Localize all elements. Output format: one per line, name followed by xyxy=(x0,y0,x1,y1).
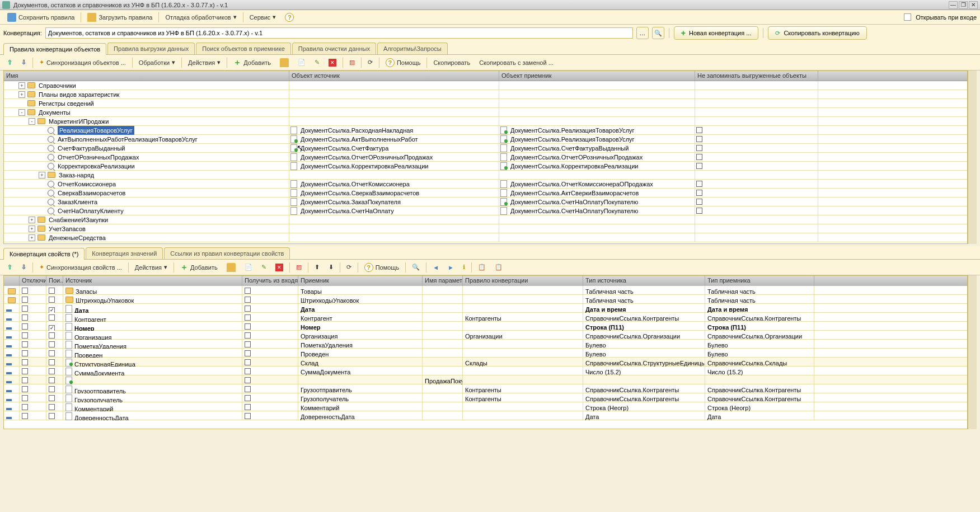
col2-header[interactable]: Правило конвертации xyxy=(463,276,583,286)
edit-button[interactable]: ✎ xyxy=(311,57,323,68)
prop-row[interactable]: ПроведенПроведенБулевоБулево xyxy=(4,349,967,358)
search2-button[interactable]: 🔍 xyxy=(408,262,424,273)
tree-row[interactable]: +СнабжениеИЗакупки xyxy=(4,215,967,224)
add2-button[interactable]: ＋Добавить xyxy=(176,261,222,274)
col2-header[interactable]: Отключи... xyxy=(20,276,46,286)
next-button[interactable]: ► xyxy=(444,262,458,273)
rules-grid[interactable]: ИмяОбъект источникОбъект приемникНе запо… xyxy=(3,71,968,244)
down2-button[interactable]: ⇩ xyxy=(17,262,30,273)
info-button[interactable]: ℹ xyxy=(459,262,469,273)
copy-conversion-button[interactable]: ⟳Скопировать конвертацию xyxy=(768,26,866,40)
help-button[interactable]: ? xyxy=(281,11,298,24)
up-button[interactable]: ⇧ xyxy=(3,57,16,68)
movedn-button[interactable]: ⬇ xyxy=(325,262,337,273)
delete2-button[interactable]: ✕ xyxy=(271,262,287,273)
col2-header[interactable]: Получить из входя... xyxy=(242,276,298,286)
tab-1[interactable]: Правила выгрузки данных xyxy=(107,43,195,54)
tree-row[interactable]: +Заказ-наряд xyxy=(4,171,967,180)
tree-row[interactable]: +ДенежныеСредства xyxy=(4,233,967,242)
col2-header[interactable]: Тип источника xyxy=(583,276,705,286)
add-folder2-button[interactable] xyxy=(223,261,240,274)
copy2-button[interactable]: 📄 xyxy=(241,262,256,273)
add-button[interactable]: ＋Добавить xyxy=(229,56,275,69)
prop-row[interactable]: ОрганизацияОрганизацияОрганизацииСправоч… xyxy=(4,331,967,340)
help2-button[interactable]: ?Помощь xyxy=(382,57,425,69)
edit2-button[interactable]: ✎ xyxy=(257,262,270,273)
copy-replace-button[interactable]: Скопировать с заменой ... xyxy=(475,58,557,68)
copy-item-button[interactable]: 📄 xyxy=(294,57,310,68)
down-button[interactable]: ⇩ xyxy=(17,57,30,68)
col2-header[interactable]: Источник xyxy=(63,276,242,286)
load-rules-button[interactable]: Загрузить правила xyxy=(83,11,156,24)
conversion-search-button[interactable]: 🔍 xyxy=(652,27,664,39)
tree-row[interactable]: +УчетЗапасов xyxy=(4,224,967,233)
col2-header[interactable] xyxy=(4,276,20,286)
tree-row[interactable]: ОтчетКомиссионераДокументСсылка.ОтчетКом… xyxy=(4,180,967,189)
tool2-button[interactable]: 📋 xyxy=(491,262,507,273)
prop-row[interactable]: СтруктурнаяЕдиницаСкладСкладыСправочникС… xyxy=(4,358,967,367)
tab-0[interactable]: Правила конвертации объектов xyxy=(3,43,106,55)
conversion-input[interactable] xyxy=(45,27,633,39)
copy-rule-button[interactable]: Скопировать xyxy=(429,58,474,68)
refresh-button[interactable]: ⟳ xyxy=(364,57,377,68)
prop-row[interactable]: ГрузоотправительГрузоотправительКонтраге… xyxy=(4,384,967,393)
col2-header[interactable]: Тип приемника xyxy=(705,276,814,286)
tool1-button[interactable]: 📋 xyxy=(474,262,490,273)
debug-handlers-button[interactable]: Отладка обработчиков ▾ xyxy=(161,12,240,22)
delete-button[interactable]: ✕ xyxy=(325,57,340,68)
tab-4[interactable]: Алгоритмы\Запросы xyxy=(377,43,448,54)
properties-grid[interactable]: Отключи...Пои...ИсточникПолучить из вход… xyxy=(3,275,968,429)
tree-row[interactable]: КорректировкаРеализацииДокументСсылка.Ко… xyxy=(4,162,967,171)
moveup-button[interactable]: ⬆ xyxy=(311,262,323,273)
tree-row[interactable]: -МаркетингИПродажи xyxy=(4,117,967,126)
prop-row[interactable]: ДоверенностьДатаДоверенностьДатаДатаДата xyxy=(4,411,967,420)
minimize-button[interactable]: — xyxy=(949,1,958,9)
prop-row[interactable]: ШтрихкодыУпаковокШтрихкодыУпаковокТаблич… xyxy=(4,295,967,304)
service-button[interactable]: Сервис ▾ xyxy=(246,12,280,22)
tree-row[interactable]: РеализацияТоваровУслугДокументСсылка.Рас… xyxy=(4,126,967,135)
grid2-scrollbar[interactable] xyxy=(968,275,977,429)
open-on-enter-checkbox[interactable] xyxy=(904,13,911,21)
actions-button[interactable]: Действия ▾ xyxy=(184,57,224,68)
sync-objects-button[interactable]: ✦Синхронизация объектов ... xyxy=(35,57,130,68)
prop-row[interactable]: ✓ДатаДатаДата и времяДата и время xyxy=(4,304,967,313)
tree-row[interactable]: -Документы xyxy=(4,108,967,117)
prop-row[interactable]: ГрузополучательГрузополучательКонтрагент… xyxy=(4,393,967,402)
up2-button[interactable]: ⇧ xyxy=(3,262,16,273)
prop-row[interactable]: ЗапасыТоварыТабличная частьТабличная час… xyxy=(4,286,967,295)
col-header[interactable]: Имя xyxy=(4,71,289,81)
prop-row[interactable]: КонтрагентКонтрагентКонтрагентыСправочни… xyxy=(4,313,967,322)
lower-tab-2[interactable]: Ссылки из правил конвертации свойств xyxy=(164,247,290,259)
processing-button[interactable]: Обработки ▾ xyxy=(135,57,179,68)
col2-header[interactable]: Приемник xyxy=(298,276,423,286)
sync-props-button[interactable]: ✦Синхронизация свойств ... xyxy=(35,262,126,273)
tree-row[interactable]: АктВыполненныхРаботРеализацияТоваровУслу… xyxy=(4,135,967,144)
conversion-more-button[interactable]: … xyxy=(636,27,649,39)
new-conversion-button[interactable]: +Новая конвертация ... xyxy=(674,26,759,40)
col-header[interactable]: Объект приемник xyxy=(499,71,695,81)
tree-row[interactable]: ЗаказКлиентаДокументСсылка.ЗаказПокупате… xyxy=(4,198,967,206)
refresh2-button[interactable]: ⟳ xyxy=(343,262,355,273)
prev-button[interactable]: ◄ xyxy=(429,262,443,273)
tab-2[interactable]: Поиск объектов в приемнике xyxy=(196,43,291,54)
tree-row[interactable]: СверкаВзаиморасчетовДокументСсылка.Сверк… xyxy=(4,189,967,198)
col-header[interactable]: Не запоминать выгруженные объекты xyxy=(695,71,818,81)
col2-header[interactable]: Имя парамет... xyxy=(423,276,463,286)
grid1-scrollbar[interactable] xyxy=(968,71,977,244)
mark2-button[interactable]: ▨ xyxy=(292,262,306,273)
col-header[interactable]: Объект источник xyxy=(289,71,499,81)
add-folder-button[interactable] xyxy=(276,57,293,69)
prop-row[interactable]: ПродажаПоку... xyxy=(4,375,967,384)
close-button[interactable]: ✕ xyxy=(969,1,978,9)
help3-button[interactable]: ?Помощь xyxy=(360,261,404,274)
prop-row[interactable]: ✓НомерНомерСтрока (П11)Строка (П11) xyxy=(4,322,967,331)
prop-row[interactable]: СуммаДокументаСуммаДокументаЧисло (15.2)… xyxy=(4,367,967,375)
tab-3[interactable]: Правила очистки данных xyxy=(292,43,376,54)
prop-row[interactable]: ПометкаУдаленияПометкаУдаленияБулевоБуле… xyxy=(4,340,967,349)
tree-row[interactable]: +Справочники xyxy=(4,81,967,90)
tree-row[interactable]: +Планы видов характеристик xyxy=(4,90,967,99)
actions2-button[interactable]: Действия ▾ xyxy=(131,262,171,273)
prop-row[interactable]: КомментарийКомментарийСтрока (Неогр)Стро… xyxy=(4,402,967,411)
tree-row[interactable]: ОтчетОРозничныхПродажахДокументСсылка.От… xyxy=(4,153,967,162)
save-rules-button[interactable]: Сохранить правила xyxy=(3,11,78,24)
